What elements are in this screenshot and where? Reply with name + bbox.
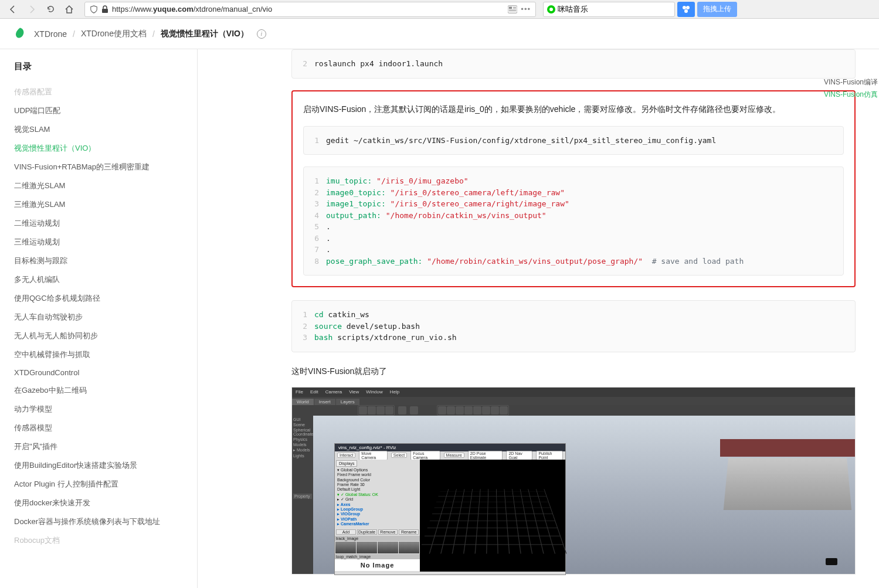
toc-item[interactable]: XTDGroundControl — [14, 364, 197, 381]
toc-item[interactable]: Actor Plugin 行人控制插件配置 — [14, 475, 197, 494]
toc-item[interactable]: 动力学模型 — [14, 400, 197, 419]
gazebo-menubar: FileEditCameraViewWindowHelp — [292, 388, 855, 397]
gazebo-3d-view: vins_rviz_config.rviz* - RViz InteractMo… — [313, 416, 855, 574]
menu-dots-icon[interactable]: ••• — [521, 5, 531, 13]
search-engine-icon — [547, 5, 555, 13]
extension-button[interactable] — [677, 2, 695, 17]
toc-item[interactable]: 空中机械臂操作与抓取 — [14, 345, 197, 364]
rviz-title: vins_rviz_config.rviz* - RViz — [335, 444, 565, 451]
browser-toolbar: https://www.yuque.com/xtdrone/manual_cn/… — [0, 0, 879, 19]
sidebar-title: 目录 — [14, 61, 197, 72]
toc-item[interactable]: 传感器配置 — [14, 83, 197, 101]
home-button[interactable] — [61, 1, 77, 18]
gazebo-tree: GUI Scene Spherical Coordinates Physics … — [292, 416, 313, 574]
toc-item[interactable]: 使用QGC给多机规划路径 — [14, 289, 197, 308]
reader-icon[interactable] — [508, 5, 517, 13]
code-block-yaml: 1imu_topic: "/iris_0/imu_gazebo" 2image0… — [303, 166, 844, 276]
code-text: roslaunch px4 indoor1.launch — [314, 58, 855, 70]
toc-item[interactable]: 传感器模型 — [14, 419, 197, 437]
shield-icon — [90, 5, 98, 13]
toc-item[interactable]: 使用BuildingEditor快速搭建实验场景 — [14, 456, 197, 475]
toc-item[interactable]: Robocup文档 — [14, 531, 197, 550]
upload-button[interactable]: 拖拽上传 — [697, 2, 737, 17]
url-bar[interactable]: https://www.yuque.com/xtdrone/manual_cn/… — [84, 2, 536, 17]
toc-item[interactable]: 使用docker来快速开发 — [14, 494, 197, 512]
toc-item[interactable]: 二维运动规划 — [14, 214, 197, 233]
drone-icon — [826, 558, 837, 565]
toc-item[interactable]: 无人机与无人船协同初步 — [14, 327, 197, 345]
rviz-3d-view — [420, 460, 565, 572]
breadcrumb: XTDrone / XTDrone使用文档 / 视觉惯性里程计（VIO） i — [34, 29, 266, 39]
anchor-link[interactable]: VINS-Fusion编译 — [824, 76, 878, 89]
toc-item[interactable]: 视觉惯性里程计（VIO） — [14, 139, 197, 158]
toc-item[interactable]: 三维运动规划 — [14, 233, 197, 251]
gazebo-toolbar — [292, 405, 855, 416]
toc-item[interactable]: 目标检测与跟踪 — [14, 251, 197, 270]
breadcrumb-current: 视觉惯性里程计（VIO） — [161, 29, 249, 39]
lock-icon — [101, 5, 108, 13]
yuque-header: XTDrone / XTDrone使用文档 / 视觉惯性里程计（VIO） i — [0, 19, 879, 49]
toc-item[interactable]: UDP端口匹配 — [14, 101, 197, 120]
embedded-screenshot: FileEditCameraViewWindowHelp World Inser… — [291, 387, 856, 575]
search-input[interactable] — [558, 5, 671, 13]
toc-item[interactable]: 多无人机编队 — [14, 270, 197, 289]
svg-rect-2 — [509, 6, 512, 9]
toc-item[interactable]: 开启"风"插件 — [14, 437, 197, 456]
code-text: gedit ~/catkin_ws/src/VINS-Fusion/config… — [326, 135, 843, 147]
code-block: 2roslaunch px4 indoor1.launch — [291, 49, 856, 79]
right-anchor-nav: VINS-Fusion编译 VINS-Fusion仿真 — [824, 76, 878, 101]
forward-button[interactable] — [23, 1, 40, 18]
svg-point-8 — [686, 6, 690, 9]
anchor-link[interactable]: VINS-Fusion仿真 — [824, 89, 878, 101]
rviz-window: vins_rviz_config.rviz* - RViz InteractMo… — [334, 443, 566, 575]
paragraph: 这时VINS-Fusion就启动了 — [291, 364, 856, 379]
breadcrumb-link[interactable]: XTDrone使用文档 — [81, 29, 147, 39]
toc-item[interactable]: 视觉SLAM — [14, 120, 197, 139]
paragraph: 启动VINS-Fusion，注意其默认订阅的话题是iris_0的，如果要换别的v… — [303, 102, 844, 117]
code-block: 1cd catkin_ws 2source devel/setup.bash 3… — [291, 300, 856, 352]
svg-point-7 — [683, 6, 686, 9]
sidebar: 目录 传感器配置UDP端口匹配视觉SLAM视觉惯性里程计（VIO）VINS-Fu… — [0, 49, 198, 588]
yuque-logo-icon[interactable] — [12, 26, 28, 42]
line-number: 1 — [304, 135, 326, 147]
toc-item[interactable]: 三维激光SLAM — [14, 195, 197, 214]
line-number: 2 — [292, 58, 314, 70]
code-block: 1gedit ~/catkin_ws/src/VINS-Fusion/confi… — [303, 126, 844, 155]
breadcrumb-sep: / — [152, 29, 155, 39]
highlighted-section: 启动VINS-Fusion，注意其默认订阅的话题是iris_0的，如果要换别的v… — [291, 90, 856, 288]
rviz-toolbar: InteractMove CameraSelectFocus CameraMea… — [335, 451, 565, 460]
rviz-displays-panel: Displays ▾ Global Options Fixed Frame wo… — [335, 460, 420, 572]
svg-point-9 — [684, 9, 688, 13]
toc-item[interactable]: Docker容器与操作系统镜像列表与下载地址 — [14, 512, 197, 531]
url-text: https://www.yuque.com/xtdrone/manual_cn/… — [112, 5, 504, 13]
back-button[interactable] — [5, 1, 21, 18]
info-icon[interactable]: i — [257, 29, 266, 39]
breadcrumb-link[interactable]: XTDrone — [34, 29, 67, 39]
svg-rect-0 — [102, 9, 108, 13]
toc-item[interactable]: 在Gazebo中贴二维码 — [14, 381, 197, 400]
toc-item[interactable]: 无人车自动驾驶初步 — [14, 308, 197, 327]
browser-search[interactable] — [543, 2, 675, 17]
reload-button[interactable] — [42, 1, 59, 18]
toc-item[interactable]: VINS-Fusion+RTABMap的三维稠密重建 — [14, 158, 197, 176]
breadcrumb-sep: / — [73, 29, 75, 39]
main-content: 2roslaunch px4 indoor1.launch 启动VINS-Fus… — [198, 49, 879, 588]
toc-item[interactable]: 二维激光SLAM — [14, 176, 197, 195]
